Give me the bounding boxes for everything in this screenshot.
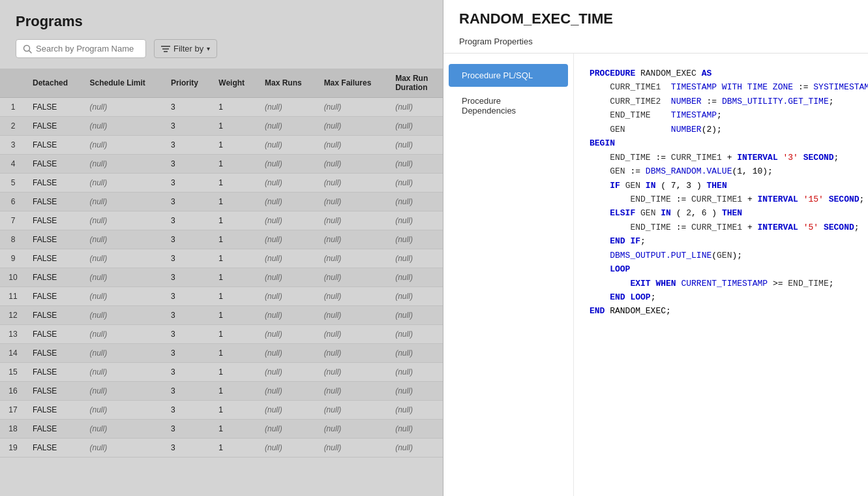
cell-schedule-limit: (null)	[83, 325, 165, 344]
cell-weight: 1	[212, 230, 258, 249]
cell-schedule-limit: (null)	[83, 98, 165, 117]
right-sidebar: Procedure PL/SQL Procedure Dependencies	[443, 54, 574, 496]
table-row[interactable]: 5 FALSE (null) 3 1 (null) (null) (null)	[0, 174, 443, 193]
table-row[interactable]: 19 FALSE (null) 3 1 (null) (null) (null)	[0, 439, 443, 457]
table-row[interactable]: 14 FALSE (null) 3 1 (null) (null) (null)	[0, 344, 443, 363]
search-box[interactable]	[16, 39, 146, 58]
table-row[interactable]: 13 FALSE (null) 3 1 (null) (null) (null)	[0, 325, 443, 344]
cell-detached: FALSE	[26, 249, 83, 268]
cell-schedule-limit: (null)	[83, 439, 165, 457]
cell-max-failures: (null)	[318, 420, 389, 439]
cell-schedule-limit: (null)	[83, 174, 165, 193]
col-index	[0, 69, 26, 98]
nav-item-procedure-plsql[interactable]: Procedure PL/SQL	[449, 64, 568, 87]
cell-max-run-duration: (null)	[389, 211, 443, 230]
cell-schedule-limit: (null)	[83, 420, 165, 439]
cell-priority: 3	[164, 98, 212, 117]
cell-priority: 3	[164, 136, 212, 155]
right-header: RANDOM_EXEC_TIME Program Properties	[443, 0, 868, 54]
search-input[interactable]	[36, 44, 139, 54]
cell-schedule-limit: (null)	[83, 136, 165, 155]
cell-max-runs: (null)	[258, 306, 318, 325]
code-line-19: END LOOP;	[590, 290, 852, 304]
left-header: Programs Filter by ▾	[0, 0, 443, 69]
filter-icon	[161, 46, 170, 52]
table-row[interactable]: 4 FALSE (null) 3 1 (null) (null) (null)	[0, 155, 443, 174]
table-row[interactable]: 16 FALSE (null) 3 1 (null) (null) (null)	[0, 382, 443, 401]
col-schedule-limit: Schedule Limit	[83, 69, 165, 98]
cell-max-failures: (null)	[318, 117, 389, 136]
cell-detached: FALSE	[26, 230, 83, 249]
table-row[interactable]: 2 FALSE (null) 3 1 (null) (null) (null)	[0, 117, 443, 136]
table-row[interactable]: 3 FALSE (null) 3 1 (null) (null) (null)	[0, 136, 443, 155]
cell-weight: 1	[212, 211, 258, 230]
cell-max-failures: (null)	[318, 344, 389, 363]
code-line-5: END_TIME TIMESTAMP;	[590, 108, 852, 122]
cell-schedule-limit: (null)	[83, 306, 165, 325]
code-line-6: GEN NUMBER(2);	[590, 123, 852, 136]
cell-priority: 3	[164, 155, 212, 174]
nav-item-procedure-dependencies[interactable]: Procedure Dependencies	[449, 89, 568, 122]
cell-schedule-limit: (null)	[83, 249, 165, 268]
col-weight: Weight	[212, 69, 258, 98]
cell-schedule-limit: (null)	[83, 268, 165, 287]
filter-chevron-icon: ▾	[207, 45, 210, 52]
table-row[interactable]: 1 FALSE (null) 3 1 (null) (null) (null)	[0, 98, 443, 117]
table-row[interactable]: 12 FALSE (null) 3 1 (null) (null) (null)	[0, 306, 443, 325]
table-row[interactable]: 10 FALSE (null) 3 1 (null) (null) (null)	[0, 268, 443, 287]
cell-max-run-duration: (null)	[389, 420, 443, 439]
cell-id: 15	[0, 363, 26, 382]
cell-detached: FALSE	[26, 344, 83, 363]
table-header-row: Detached Schedule Limit Priority Weight …	[0, 69, 443, 98]
code-line-17: LOOP	[590, 262, 852, 276]
code-line-4: CURR_TIME2 NUMBER := DBMS_UTILITY.GET_TI…	[590, 95, 852, 108]
filter-button[interactable]: Filter by ▾	[154, 39, 217, 58]
cell-weight: 1	[212, 344, 258, 363]
table-row[interactable]: 15 FALSE (null) 3 1 (null) (null) (null)	[0, 363, 443, 382]
table-row[interactable]: 17 FALSE (null) 3 1 (null) (null) (null)	[0, 401, 443, 420]
cell-weight: 1	[212, 98, 258, 117]
cell-max-failures: (null)	[318, 249, 389, 268]
cell-max-failures: (null)	[318, 230, 389, 249]
cell-weight: 1	[212, 401, 258, 420]
cell-max-runs: (null)	[258, 136, 318, 155]
cell-max-run-duration: (null)	[389, 268, 443, 287]
code-line-14: END IF;	[590, 234, 852, 248]
col-priority: Priority	[164, 69, 212, 98]
col-max-runs: Max Runs	[258, 69, 318, 98]
cell-id: 19	[0, 439, 26, 457]
table-row[interactable]: 8 FALSE (null) 3 1 (null) (null) (null)	[0, 230, 443, 249]
right-title: RANDOM_EXEC_TIME	[459, 10, 852, 27]
cell-weight: 1	[212, 306, 258, 325]
cell-schedule-limit: (null)	[83, 382, 165, 401]
cell-max-runs: (null)	[258, 193, 318, 211]
cell-id: 12	[0, 306, 26, 325]
cell-max-run-duration: (null)	[389, 230, 443, 249]
cell-max-failures: (null)	[318, 174, 389, 193]
code-line-20: END RANDOM_EXEC;	[590, 304, 852, 318]
table-row[interactable]: 11 FALSE (null) 3 1 (null) (null) (null)	[0, 287, 443, 306]
cell-id: 3	[0, 136, 26, 155]
cell-weight: 1	[212, 287, 258, 306]
cell-priority: 3	[164, 344, 212, 363]
table-row[interactable]: 9 FALSE (null) 3 1 (null) (null) (null)	[0, 249, 443, 268]
cell-max-run-duration: (null)	[389, 287, 443, 306]
code-line-3: CURR_TIME1 TIMESTAMP WITH TIME ZONE := S…	[590, 80, 852, 94]
cell-detached: FALSE	[26, 268, 83, 287]
table-row[interactable]: 6 FALSE (null) 3 1 (null) (null) (null)	[0, 193, 443, 211]
cell-max-run-duration: (null)	[389, 306, 443, 325]
table-row[interactable]: 7 FALSE (null) 3 1 (null) (null) (null)	[0, 211, 443, 230]
cell-max-runs: (null)	[258, 230, 318, 249]
cell-max-run-duration: (null)	[389, 439, 443, 457]
cell-priority: 3	[164, 401, 212, 420]
cell-detached: FALSE	[26, 155, 83, 174]
cell-max-run-duration: (null)	[389, 325, 443, 344]
table-row[interactable]: 18 FALSE (null) 3 1 (null) (null) (null)	[0, 420, 443, 439]
code-line-10: IF GEN IN ( 7, 3 ) THEN	[590, 179, 852, 193]
cell-max-failures: (null)	[318, 268, 389, 287]
cell-weight: 1	[212, 363, 258, 382]
cell-max-failures: (null)	[318, 401, 389, 420]
cell-max-failures: (null)	[318, 211, 389, 230]
cell-id: 18	[0, 420, 26, 439]
cell-priority: 3	[164, 325, 212, 344]
